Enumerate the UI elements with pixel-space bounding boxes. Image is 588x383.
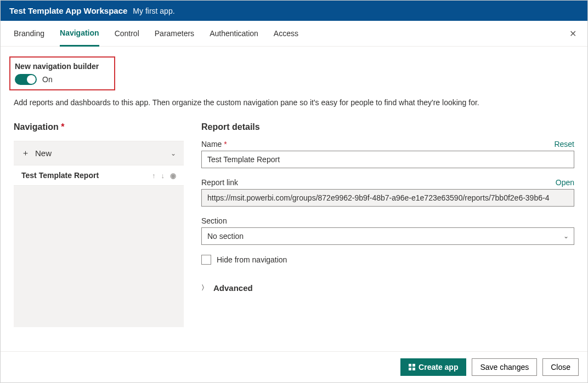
nav-builder-title: New navigation builder bbox=[15, 62, 99, 71]
navigation-list: ＋ New ⌄ Test Template Report ↑ ↓ ◉ bbox=[14, 141, 184, 327]
footer: Create app Save changes Close bbox=[1, 351, 587, 382]
create-app-button[interactable]: Create app bbox=[400, 358, 466, 376]
name-label: Name bbox=[201, 140, 222, 148]
visibility-icon[interactable]: ◉ bbox=[170, 172, 176, 180]
hide-label: Hide from navigation bbox=[217, 255, 287, 264]
advanced-toggle[interactable]: 〉 Advanced bbox=[201, 283, 574, 293]
close-icon[interactable]: ✕ bbox=[569, 28, 576, 39]
panels: Navigation * ＋ New ⌄ Test Template Repor… bbox=[14, 122, 574, 327]
tab-authentication[interactable]: Authentication bbox=[210, 21, 258, 45]
hide-checkbox-row: Hide from navigation bbox=[201, 255, 574, 265]
close-button[interactable]: Close bbox=[542, 358, 579, 376]
plus-icon: ＋ bbox=[21, 148, 30, 158]
nav-item-name: Test Template Report bbox=[21, 171, 99, 180]
tab-access[interactable]: Access bbox=[274, 21, 298, 45]
tab-strip: Branding Navigation Control Parameters A… bbox=[1, 21, 587, 47]
workspace-subtitle: My first app. bbox=[133, 7, 174, 15]
chevron-down-icon: ⌄ bbox=[171, 150, 176, 157]
tab-branding[interactable]: Branding bbox=[14, 21, 44, 45]
required-asterisk: * bbox=[61, 122, 64, 132]
app-grid-icon bbox=[409, 364, 415, 370]
title-bar: Test Template App Workspace My first app… bbox=[1, 1, 587, 21]
move-down-icon[interactable]: ↓ bbox=[161, 172, 165, 180]
chevron-right-icon: 〉 bbox=[201, 283, 208, 293]
section-label: Section bbox=[201, 216, 227, 225]
tab-control[interactable]: Control bbox=[115, 21, 139, 45]
required-asterisk: * bbox=[224, 140, 227, 148]
navigation-title-text: Navigation bbox=[14, 122, 59, 132]
highlight-box: New navigation builder On bbox=[9, 56, 115, 90]
section-field-block: Section ⌄ bbox=[201, 216, 574, 245]
new-item-row[interactable]: ＋ New ⌄ bbox=[14, 141, 184, 165]
navigation-title: Navigation * bbox=[14, 122, 184, 132]
link-field-block: Report link Open bbox=[201, 178, 574, 207]
nav-builder-toggle-label: On bbox=[42, 75, 53, 84]
name-input[interactable] bbox=[201, 151, 574, 168]
hide-checkbox[interactable] bbox=[201, 255, 211, 265]
link-label: Report link bbox=[201, 178, 238, 187]
new-label: New bbox=[35, 148, 52, 158]
nav-builder-toggle[interactable] bbox=[15, 74, 37, 85]
advanced-label: Advanced bbox=[213, 283, 253, 293]
content-area: New navigation builder On Add reports an… bbox=[1, 47, 587, 351]
section-select[interactable] bbox=[201, 227, 574, 245]
helper-text: Add reports and dashboards to this app. … bbox=[14, 98, 574, 107]
navigation-panel: Navigation * ＋ New ⌄ Test Template Repor… bbox=[14, 122, 184, 327]
report-link-input[interactable] bbox=[201, 189, 574, 207]
details-title: Report details bbox=[201, 122, 574, 132]
workspace-name: Test Template App Workspace bbox=[9, 6, 127, 15]
tab-navigation[interactable]: Navigation bbox=[60, 21, 99, 47]
details-panel: Report details Name * Reset Report link … bbox=[201, 122, 574, 293]
tab-parameters[interactable]: Parameters bbox=[155, 21, 194, 45]
open-link[interactable]: Open bbox=[556, 178, 574, 187]
create-app-label: Create app bbox=[419, 363, 458, 371]
name-field-block: Name * Reset bbox=[201, 140, 574, 168]
move-up-icon[interactable]: ↑ bbox=[152, 172, 156, 180]
reset-link[interactable]: Reset bbox=[554, 140, 574, 148]
nav-builder-toggle-row: On bbox=[15, 74, 99, 85]
save-changes-button[interactable]: Save changes bbox=[472, 358, 537, 376]
nav-item[interactable]: Test Template Report ↑ ↓ ◉ bbox=[14, 165, 184, 186]
